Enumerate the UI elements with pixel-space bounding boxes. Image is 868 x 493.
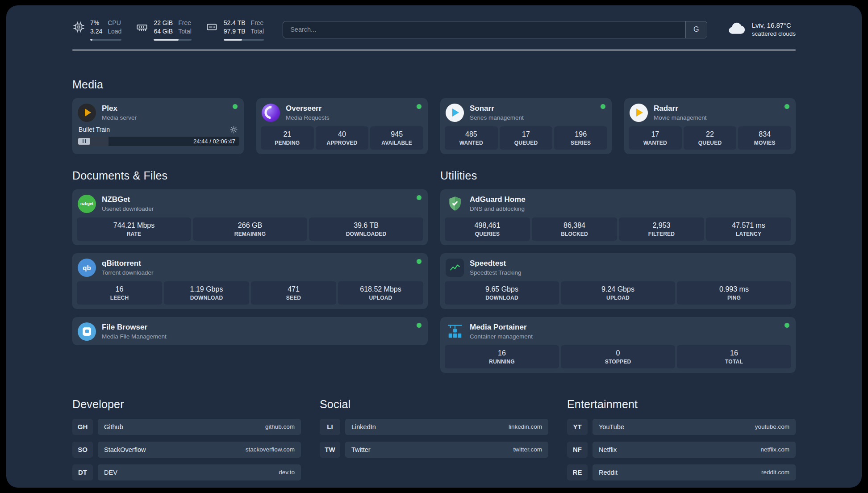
nzbget-icon: nzbget [78,195,96,213]
ram-free-value: 22 GiB [154,19,173,27]
developer-section-title: Developer [72,398,301,411]
bookmark-row: TW Twitter twitter.com [320,442,548,458]
stat-value: 16 [679,349,789,357]
speedtest-card[interactable]: Speedtest Speedtest Tracking 9.65 Gbps D… [440,253,796,309]
filebrowser-status-dot [417,323,421,328]
bookmark-link-reddit[interactable]: Reddit reddit.com [593,464,796,480]
stat-label: REMAINING [195,231,305,237]
stat-label: RUNNING [447,359,557,365]
search-input[interactable] [283,21,707,38]
utilities-section: Utilities AdGuard Home DNS and adblockin… [440,169,796,373]
stat-box: 266 GB REMAINING [193,217,307,241]
portainer-name: Media Portainer [470,323,533,332]
ram-metric: 22 GiB 64 GiB Free Total [136,19,191,41]
cpu-load-value: 3.24 [90,27,102,36]
bookmark-link-youtube[interactable]: YouTube youtube.com [593,419,796,435]
bookmark-link-dev[interactable]: DEV dev.to [98,464,301,480]
stat-box: 618.52 Mbps UPLOAD [338,281,423,305]
qbittorrent-card[interactable]: qb qBittorrent Torrent downloader 16 LEE… [72,253,428,309]
utilities-section-title: Utilities [440,169,796,182]
bookmark-abbr: SO [72,442,93,458]
bookmark-link-stackoverflow[interactable]: StackOverflow stackoverflow.com [98,442,301,458]
weather-condition: scattered clouds [752,30,796,38]
stat-value: 2,953 [621,221,702,230]
ram-icon [136,21,148,33]
gear-icon[interactable] [230,126,238,134]
stat-value: 0.993 ms [679,285,789,293]
stat-value: 21 [263,130,312,138]
stat-label: LATENCY [708,231,789,237]
disk-metric: 52.4 TB 97.9 TB Free Total [206,19,264,41]
search-engine-button[interactable]: G [685,21,707,38]
stat-label: UPLOAD [563,295,673,301]
nzbget-status-dot [417,195,421,200]
stat-label: DOWNLOAD [447,295,557,301]
stat-label: BLOCKED [534,231,615,237]
weather-widget: Lviv, 16.87°C scattered clouds [726,20,796,39]
stat-box: 21 PENDING [261,126,314,150]
stat-value: 17 [630,130,680,138]
stat-value: 266 GB [195,221,305,230]
stat-value: 9.24 Gbps [563,285,673,293]
pause-button[interactable] [78,138,90,145]
stat-box: 1.19 Gbps DOWNLOAD [164,281,249,305]
stat-box: 16 LEECH [77,281,162,305]
bookmark-link-linkedin[interactable]: LinkedIn linkedin.com [345,419,548,435]
social-bookmarks: Social LI LinkedIn linkedin.com TW Twitt… [320,398,548,480]
portainer-card[interactable]: Media Portainer Container management 16 … [440,317,796,373]
nzbget-card[interactable]: nzbget NZBGet Usenet downloader 744.21 M… [72,189,428,245]
radarr-card[interactable]: Radarr Movie management 17 WANTED 22 QUE… [624,98,796,154]
radarr-name: Radarr [654,104,707,113]
plex-card[interactable]: Plex Media server Bullet Train 24:44 / 0… [72,98,244,154]
stat-label: MOVIES [740,140,789,146]
stat-value: 16 [447,349,557,357]
bookmark-link-twitter[interactable]: Twitter twitter.com [345,442,548,458]
overseerr-subtitle: Media Requests [286,114,330,121]
sonarr-subtitle: Series management [470,114,524,121]
stat-label: TOTAL [679,359,789,365]
bookmark-abbr: GH [72,419,93,435]
sonarr-icon [446,104,464,122]
qbittorrent-status-dot [417,259,421,264]
search-bar: G [283,21,707,38]
stat-box: 40 APPROVED [316,126,369,150]
bookmark-abbr: RE [567,464,588,480]
nzbget-subtitle: Usenet downloader [102,205,154,212]
radarr-status-dot [785,104,789,109]
adguard-card[interactable]: AdGuard Home DNS and adblocking 498,461 … [440,189,796,245]
stat-label: APPROVED [317,140,367,146]
filebrowser-icon [78,322,96,341]
stat-value: 1.19 Gbps [166,285,247,293]
media-section: Media Plex Media server Bullet Train [72,78,796,154]
stat-value: 471 [253,285,334,293]
stat-box: 9.65 Gbps DOWNLOAD [445,281,559,305]
stat-box: 16 TOTAL [677,345,791,368]
sonarr-status-dot [601,104,605,109]
stat-label: QUEUED [685,140,735,146]
cpu-icon [72,21,85,33]
stat-box: 471 SEED [251,281,336,305]
stat-box: 39.6 TB DOWNLOADED [309,217,423,241]
stat-value: 22 [685,130,735,138]
bookmark-row: DT DEV dev.to [72,464,301,480]
filebrowser-card[interactable]: File Browser Media File Management [72,317,428,345]
documents-section: Documents & Files nzbget NZBGet Usenet d… [72,169,428,373]
filebrowser-name: File Browser [102,323,167,332]
stat-label: AVAILABLE [372,140,421,146]
bookmark-link-netflix[interactable]: Netflix netflix.com [593,442,796,458]
stat-label: LEECH [79,295,160,301]
stat-box: 945 AVAILABLE [370,126,423,150]
playback-progress-bar[interactable]: 24:44 / 02:06:47 [77,137,239,146]
stat-box: 22 QUEUED [684,126,737,150]
overseerr-name: Overseerr [286,104,330,113]
overseerr-card[interactable]: Overseerr Media Requests 21 PENDING 40 A… [256,98,428,154]
qbittorrent-icon: qb [78,259,96,277]
stat-value: 498,461 [447,221,528,230]
sonarr-name: Sonarr [470,104,524,113]
bookmark-link-github[interactable]: Github github.com [98,419,301,435]
stat-label: QUERIES [447,231,528,237]
disk-free-value: 52.4 TB [224,19,246,27]
stat-box: 0.993 ms PING [677,281,791,305]
sonarr-card[interactable]: Sonarr Series management 485 WANTED 17 Q… [440,98,612,154]
stat-label: WANTED [447,140,496,146]
